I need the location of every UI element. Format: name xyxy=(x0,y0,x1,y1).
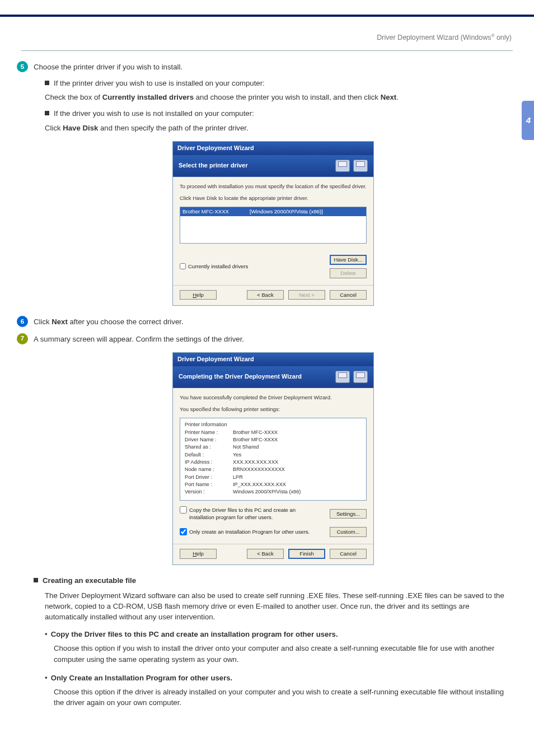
step-5-text: Choose the printer driver if you wish to… xyxy=(34,61,182,72)
step-6-text: Click Next after you choose the correct … xyxy=(34,316,184,327)
delete-button: Delete xyxy=(330,268,367,278)
back-button[interactable]: < Back xyxy=(247,549,284,559)
printer-info-row: Driver Name :Brother MFC-XXXX xyxy=(185,436,362,444)
next-button: Next > xyxy=(288,290,325,300)
printer-info-row: Node name :BRNXXXXXXXXXXXX xyxy=(185,466,362,473)
dialog1-line2: Click Have Disk to locate the appropriat… xyxy=(180,194,367,202)
copy-driver-checkbox[interactable]: Copy the Driver files to this PC and cre… xyxy=(180,506,320,522)
step-badge-5: 5 xyxy=(17,61,28,72)
step-5-body2: Click Have Disk and then specify the pat… xyxy=(45,123,513,133)
printer-info-row: Port Driver :LPR xyxy=(185,474,362,481)
driver-listbox[interactable]: Brother MFC-XXXX [Windows 2000/XP/Vista … xyxy=(180,207,367,244)
dialog1-line1: To proceed with installation you must sp… xyxy=(180,183,367,190)
dialog2-line2: You specified the following printer sett… xyxy=(180,405,367,413)
printer-icon xyxy=(353,371,368,383)
printer-icon xyxy=(335,371,350,383)
dialog2-title: Driver Deployment Wizard xyxy=(173,353,373,366)
dialog2-line1: You have successfully completed the Driv… xyxy=(180,394,367,402)
dialog1-banner: Select the printer driver xyxy=(179,161,248,170)
exe-para: The Driver Deployment Wizard software ca… xyxy=(45,590,513,622)
dialog-completing: Driver Deployment Wizard Completing the … xyxy=(172,352,374,565)
breadcrumb: Driver Deployment Wizard (Windows® only) xyxy=(377,32,512,43)
settings-button[interactable]: Settings... xyxy=(330,509,367,519)
dialog1-title: Driver Deployment Wizard xyxy=(173,142,373,155)
cancel-button[interactable]: Cancel xyxy=(330,290,367,300)
exe-bullet2-para: Choose this option if the driver is alre… xyxy=(54,687,513,708)
printer-info-row: Port Name :IP_XXX.XXX.XXX.XXX xyxy=(185,481,362,488)
dialog2-banner: Completing the Driver Deployment Wizard xyxy=(179,372,302,381)
exe-bullet2: •Only Create an Installation Program for… xyxy=(45,673,513,683)
exe-bullet1-para: Choose this option if you wish to instal… xyxy=(54,643,513,664)
printer-icon xyxy=(353,160,368,172)
cancel-button[interactable]: Cancel xyxy=(330,549,367,559)
custom-button[interactable]: Custom... xyxy=(330,527,367,537)
printer-info-row: Printer Name :Brother MFC-XXXX xyxy=(185,429,362,436)
currently-installed-checkbox[interactable]: Currently installed drivers xyxy=(180,263,248,270)
step-7-text: A summary screen will appear. Confirm th… xyxy=(34,333,244,344)
exe-heading: Creating an executable file xyxy=(34,575,513,586)
printer-info-box: Printer Information Printer Name :Brothe… xyxy=(180,418,367,500)
help-button[interactable]: Help xyxy=(180,290,217,300)
dialog-select-driver: Driver Deployment Wizard Select the prin… xyxy=(172,141,374,306)
back-button[interactable]: < Back xyxy=(247,290,284,300)
finish-button[interactable]: Finish xyxy=(288,549,325,559)
have-disk-button[interactable]: Have Disk... xyxy=(330,255,367,265)
step-5-body1: Check the box of Currently installed dri… xyxy=(45,92,513,102)
only-create-checkbox[interactable]: Only create an Installation Program for … xyxy=(180,528,310,536)
help-button[interactable]: Help xyxy=(180,549,217,559)
step-5-sub1: If the printer driver you wish to use is… xyxy=(45,78,513,88)
exe-bullet1: •Copy the Driver files to this PC and cr… xyxy=(45,629,513,640)
printer-info-row: Default :Yes xyxy=(185,451,362,459)
step-badge-6: 6 xyxy=(17,316,28,327)
printer-info-row: Version :Windows 2000/XP/Vista (x86) xyxy=(185,488,362,496)
printer-icon xyxy=(335,160,350,172)
step-5-sub2: If the driver you wish to use is not ins… xyxy=(45,108,513,119)
printer-info-row: Shared as :Not Shared xyxy=(185,444,362,451)
printer-info-row: IP Address :XXX.XXX.XXX.XXX xyxy=(185,459,362,466)
step-badge-7: 7 xyxy=(17,333,28,344)
